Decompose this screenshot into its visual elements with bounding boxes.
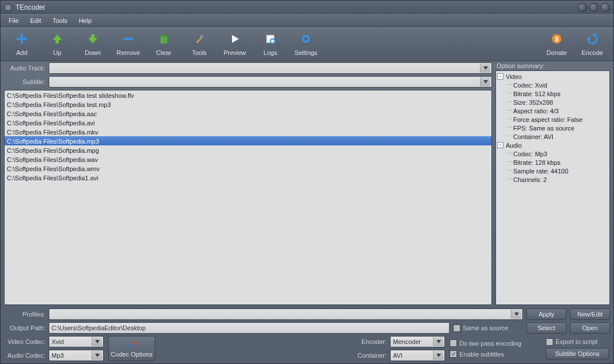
list-item[interactable]: C:\Softpedia Files\Softpedia.aac [5,109,491,118]
svg-rect-5 [124,38,133,40]
encode-icon [585,32,599,46]
svg-rect-6 [160,37,167,43]
output-path-value: C:\Users\SoftpediaEditor\Desktop [52,325,145,331]
arrow-down-icon [86,32,100,46]
tree-item: Bitrate: 512 kbps [513,90,561,97]
svg-point-13 [304,37,308,41]
app-icon [4,3,12,11]
tree-item: Channels: 2 [513,176,547,183]
list-item[interactable]: C:\Softpedia Files\Softpedia.wav [5,155,491,164]
tree-item: Bitrate: 128 kbps [513,159,561,166]
donate-icon: $ [550,32,564,46]
chevron-down-icon [511,310,521,319]
tree-item: Aspect ratio: 4/3 [513,108,559,114]
subtitle-options-button[interactable]: Subtitle Options [546,348,609,359]
codec-options-button[interactable]: Codec Options [108,336,155,361]
tree-item: Codec: Mp3 [513,151,547,157]
add-button[interactable]: Add [4,28,40,60]
svg-marker-23 [436,354,441,357]
close-button[interactable] [601,3,610,12]
remove-button[interactable]: Remove [111,28,146,60]
list-item[interactable]: C:\Softpedia Files\Softpedia.mkv [5,127,491,136]
container-combo[interactable]: AVI [390,350,445,361]
minus-icon [121,32,135,46]
encoder-combo[interactable]: Mencoder [390,336,445,347]
menu-file[interactable]: File [3,15,25,26]
menu-edit[interactable]: Edit [25,15,47,26]
logs-label: Logs [263,49,277,56]
audio-track-combo[interactable] [49,62,492,74]
tools-label: Tools [192,49,207,56]
settings-button[interactable]: Settings [288,28,324,60]
play-icon [228,32,242,46]
encoder-label: Encoder: [352,338,387,345]
new-edit-button[interactable]: New/Edit [570,308,610,320]
up-button[interactable]: Up [40,28,75,60]
encode-button[interactable]: Encode [574,28,610,60]
list-item[interactable]: C:\Softpedia Files\Softpedia.mpg [5,145,491,155]
enable-subtitles-label: Enable subtitles [459,351,504,358]
encoder-value: Mencoder [393,338,421,345]
clear-button[interactable]: Clear [146,28,182,60]
maximize-button[interactable] [589,3,599,12]
chevron-down-icon [433,337,443,346]
video-codec-combo[interactable]: Xvid [49,336,104,347]
svg-marker-21 [95,354,100,357]
chevron-down-icon [92,351,102,360]
subtitle-label: Subtitle: [4,78,45,85]
collapse-icon[interactable]: − [497,142,503,148]
output-path-field[interactable]: C:\Users\SoftpediaEditor\Desktop [49,322,450,334]
collapse-icon[interactable]: − [497,73,503,80]
svg-rect-2 [17,38,27,40]
titlebar: TEncoder [1,1,613,14]
toolbar: Add Up Down Remove Clear Tools Preview [1,27,613,61]
list-item[interactable]: C:\Softpedia Files\Softpedia.wmv [5,164,491,173]
audio-codec-label: Audio Codec: [4,352,45,359]
two-pass-checkbox[interactable] [450,339,457,347]
preview-button[interactable]: Preview [217,28,253,60]
tools-button[interactable]: Tools [182,28,217,60]
audio-codec-value: Mp3 [52,352,64,359]
list-item[interactable]: C:\Softpedia Files\Softpedia test.mp3 [5,100,491,109]
down-button[interactable]: Down [75,28,111,60]
menu-help[interactable]: Help [73,15,97,26]
tree-item: Container: AVI [513,133,553,140]
apply-button[interactable]: Apply [526,308,566,320]
option-summary-tree[interactable]: −Video ⋯Codec: Xvid ⋯Bitrate: 512 kbps ⋯… [495,70,610,305]
svg-marker-20 [95,340,100,343]
tree-video: Video [506,73,522,80]
up-label: Up [53,49,61,56]
list-item[interactable]: C:\Softpedia Files\Softpedia1.avi [5,173,491,182]
list-item[interactable]: C:\Softpedia Files\Softpedia.mp3 [5,136,491,145]
menu-tools[interactable]: Tools [47,15,73,26]
open-button[interactable]: Open [570,322,610,334]
preview-label: Preview [223,49,246,56]
select-button[interactable]: Select [526,322,566,334]
trash-icon [157,32,171,46]
tree-item: Codec: Xvid [513,82,547,89]
profiles-label: Profiles: [4,311,45,318]
svg-point-8 [200,35,203,38]
clear-label: Clear [156,49,171,56]
minimize-button[interactable] [578,3,587,12]
subtitle-combo[interactable] [49,76,492,88]
profiles-combo[interactable] [49,308,523,320]
down-label: Down [85,49,101,56]
svg-text:$: $ [555,35,558,42]
file-list[interactable]: C:\Softpedia Files\Softpedia test slides… [4,90,492,305]
same-as-source-checkbox[interactable] [453,325,460,332]
list-item[interactable]: C:\Softpedia Files\Softpedia.avi [5,118,491,127]
tools-icon [192,32,206,46]
donate-button[interactable]: $ Donate [539,28,574,60]
logs-icon [263,32,277,46]
enable-subtitles-checkbox[interactable]: ✓ [450,350,457,358]
video-codec-value: Xvid [52,338,64,345]
export-script-label: Export to script [556,338,597,345]
logs-button[interactable]: Logs [253,28,288,60]
audio-codec-combo[interactable]: Mp3 [49,350,104,361]
audio-track-label: Audio Track: [4,65,45,72]
tree-item: Size: 352x288 [513,99,553,106]
list-item[interactable]: C:\Softpedia Files\Softpedia test slides… [5,90,491,100]
export-script-checkbox[interactable] [546,338,553,346]
chevron-down-icon [92,337,102,346]
